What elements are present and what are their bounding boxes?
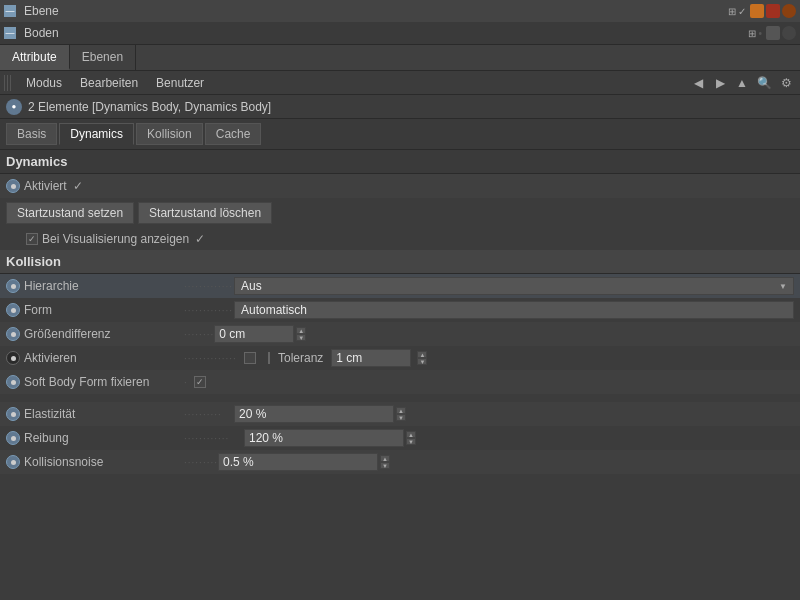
- groessendifferenz-indicator[interactable]: [6, 327, 20, 341]
- stepper-down[interactable]: ▼: [380, 462, 390, 469]
- layer-dot-small: •: [758, 28, 762, 39]
- menu-bar: Modus Bearbeiten Benutzer ◀ ▶ ▲ 🔍 ⚙: [0, 71, 800, 95]
- elastizitaet-input-group: ▲ ▼: [234, 405, 406, 423]
- groessendifferenz-label: Größendifferenz: [24, 327, 184, 341]
- top-tab-bar: Attribute Ebenen: [0, 45, 800, 71]
- tab-kollision[interactable]: Kollision: [136, 123, 203, 145]
- layer-visibility-icon: ⊞: [728, 6, 736, 17]
- tab-ebenen[interactable]: Ebenen: [70, 45, 136, 70]
- indicator-dot: [11, 332, 16, 337]
- settings-icon[interactable]: ⚙: [776, 73, 796, 93]
- tab-basis[interactable]: Basis: [6, 123, 57, 145]
- btn-startzustand-loeschen[interactable]: Startzustand löschen: [138, 202, 272, 224]
- aktivieren-dots: ··············: [184, 353, 244, 364]
- groessendifferenz-input[interactable]: [214, 325, 294, 343]
- stepper-up[interactable]: ▲: [380, 455, 390, 462]
- aktiviert-label: Aktiviert: [24, 179, 67, 193]
- reibung-input-group: ▲ ▼: [244, 429, 416, 447]
- arrow-left-icon[interactable]: ◀: [688, 73, 708, 93]
- layer-dot: [782, 26, 796, 40]
- kollisionsnoise-indicator[interactable]: [6, 455, 20, 469]
- softbody-checkbox[interactable]: [194, 376, 206, 388]
- toleranz-group: Toleranz ▲ ▼: [268, 349, 407, 367]
- indicator-dot: [11, 380, 16, 385]
- reibung-input[interactable]: [244, 429, 404, 447]
- layer-row[interactable]: — Boden ⊞ •: [0, 22, 800, 44]
- btn-group-startzustand: Startzustand setzen Startzustand löschen: [0, 198, 800, 228]
- stepper-down[interactable]: ▼: [406, 438, 416, 445]
- tab-dynamics[interactable]: Dynamics: [59, 123, 134, 145]
- bei-visualisierung-label: Bei Visualisierung anzeigen: [42, 232, 189, 246]
- layer-color-1: [750, 4, 764, 18]
- layer-check-icon: ✓: [738, 6, 746, 17]
- grip-handle: [4, 75, 12, 91]
- elastizitaet-stepper: ▲ ▼: [396, 407, 406, 421]
- indicator-dot: [11, 436, 16, 441]
- toleranz-stepper: ▲ ▼: [417, 351, 427, 365]
- tab-attribute[interactable]: Attribute: [0, 45, 70, 70]
- kollisionsnoise-input[interactable]: [218, 453, 378, 471]
- hierarchie-row: Hierarchie ············· Aus ▼: [0, 274, 800, 298]
- info-text: 2 Elemente [Dynamics Body, Dynamics Body…: [28, 100, 271, 114]
- form-row: Form ············· 0 cm Automatisch: [0, 298, 800, 322]
- tab-cache[interactable]: Cache: [205, 123, 262, 145]
- kollisionsnoise-label: Kollisionsnoise: [24, 455, 184, 469]
- stepper-up[interactable]: ▲: [396, 407, 406, 414]
- menu-bearbeiten[interactable]: Bearbeiten: [72, 73, 146, 93]
- arrow-right-icon[interactable]: ▶: [710, 73, 730, 93]
- softbody-indicator[interactable]: [6, 375, 20, 389]
- reibung-row: Reibung ············ ▲ ▼: [0, 426, 800, 450]
- aktiviert-row: Aktiviert ✓: [0, 174, 800, 198]
- layer-dot: [782, 4, 796, 18]
- stepper-up[interactable]: ▲: [296, 327, 306, 334]
- indicator-dot: [11, 356, 16, 361]
- softbody-row: Soft Body Form fixieren ·: [0, 370, 800, 394]
- sub-tab-bar: Basis Dynamics Kollision Cache: [0, 119, 800, 150]
- hierarchie-dropdown[interactable]: Aus ▼: [234, 277, 794, 295]
- bei-visualisierung-checkbox[interactable]: [26, 233, 38, 245]
- form-dropdown[interactable]: 0 cm Automatisch: [234, 301, 794, 319]
- bei-visualisierung-row: Bei Visualisierung anzeigen ✓: [0, 228, 800, 250]
- menu-benutzer[interactable]: Benutzer: [148, 73, 212, 93]
- form-value-display: Automatisch: [241, 303, 307, 317]
- layer-color-2: [766, 4, 780, 18]
- stepper-down[interactable]: ▼: [296, 334, 306, 341]
- dynamics-section-header: Dynamics: [0, 150, 800, 174]
- aktivieren-row: Aktivieren ·············· Toleranz ▲ ▼: [0, 346, 800, 370]
- stepper-down[interactable]: ▼: [417, 358, 427, 365]
- reibung-indicator[interactable]: [6, 431, 20, 445]
- dropdown-arrow: ▼: [779, 282, 787, 291]
- stepper-down[interactable]: ▼: [396, 414, 406, 421]
- search-icon[interactable]: 🔍: [754, 73, 774, 93]
- aktiviert-indicator[interactable]: [6, 179, 20, 193]
- info-bar: ● 2 Elemente [Dynamics Body, Dynamics Bo…: [0, 95, 800, 119]
- layer-row[interactable]: — Ebene ⊞ ✓: [0, 0, 800, 22]
- kollisionsnoise-input-group: ▲ ▼: [218, 453, 390, 471]
- toleranz-checkbox[interactable]: [268, 352, 270, 364]
- object-icon-symbol: ●: [12, 102, 17, 111]
- aktivieren-indicator[interactable]: [6, 351, 20, 365]
- aktiviert-checkmark: ✓: [73, 179, 83, 193]
- elastizitaet-input[interactable]: [234, 405, 394, 423]
- indicator-dot: [11, 308, 16, 313]
- stepper-up[interactable]: ▲: [417, 351, 427, 358]
- kollision-section-header: Kollision: [0, 250, 800, 274]
- layer-color-1: [766, 26, 780, 40]
- menu-modus[interactable]: Modus: [18, 73, 70, 93]
- indicator-dot: [11, 184, 16, 189]
- groessendifferenz-dots: ········: [184, 329, 214, 340]
- elastizitaet-indicator[interactable]: [6, 407, 20, 421]
- triangle-up-icon[interactable]: ▲: [732, 73, 752, 93]
- layer-type-icon: —: [4, 5, 16, 17]
- btn-startzustand-setzen[interactable]: Startzustand setzen: [6, 202, 134, 224]
- form-indicator[interactable]: [6, 303, 20, 317]
- layer-visibility-icon: ⊞: [748, 28, 756, 39]
- layer-name: Ebene: [24, 4, 724, 18]
- stepper-up[interactable]: ▲: [406, 431, 416, 438]
- aktivieren-checkbox[interactable]: [244, 352, 256, 364]
- hierarchie-indicator[interactable]: [6, 279, 20, 293]
- reibung-label: Reibung: [24, 431, 184, 445]
- form-label: Form: [24, 303, 184, 317]
- toleranz-input[interactable]: [331, 349, 411, 367]
- indicator-dot: [11, 460, 16, 465]
